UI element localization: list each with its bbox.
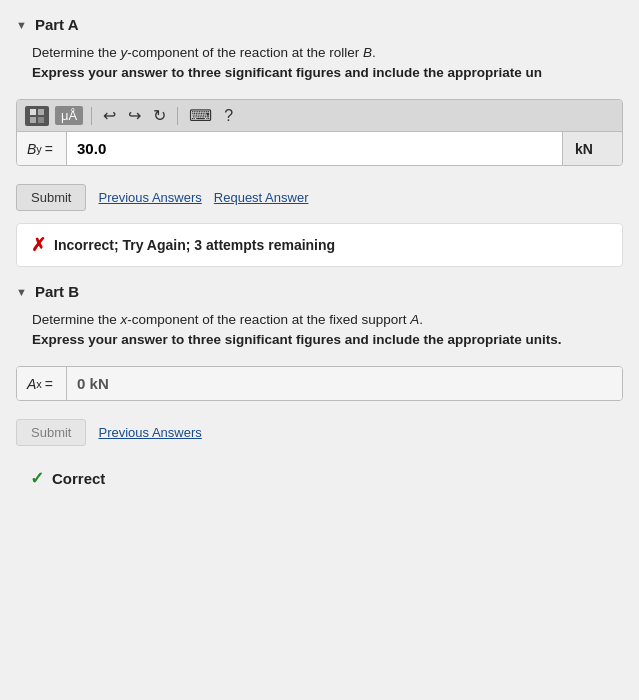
keyboard-icon[interactable]: ⌨: [186, 104, 215, 127]
part-a-input-row: By = kN: [17, 132, 622, 165]
undo-icon[interactable]: ↩: [100, 104, 119, 127]
part-b-correct-text: Correct: [52, 470, 105, 487]
part-b-chevron[interactable]: ▼: [16, 286, 27, 298]
part-a-action-row: Submit Previous Answers Request Answer: [0, 176, 639, 219]
part-a-question2: Express your answer to three significant…: [16, 65, 623, 80]
correct-icon: ✓: [30, 468, 44, 489]
part-a-answer-box: μÅ ↩ ↪ ↻ ⌨ ? By = kN: [16, 99, 623, 166]
toolbar-separator-1: [91, 107, 92, 125]
part-a-toolbar: μÅ ↩ ↪ ↻ ⌨ ?: [17, 100, 622, 132]
mu-icon[interactable]: μÅ: [55, 106, 83, 125]
part-b-previous-answers-link[interactable]: Previous Answers: [98, 425, 201, 440]
part-b-question2: Express your answer to three significant…: [16, 332, 623, 347]
part-b-answer-input[interactable]: [67, 367, 622, 400]
part-b-action-row: Submit Previous Answers: [0, 411, 639, 454]
part-a-chevron[interactable]: ▼: [16, 19, 27, 31]
svg-rect-0: [30, 109, 36, 115]
part-a-header: ▼ Part A: [0, 10, 639, 35]
toolbar-separator-2: [177, 107, 178, 125]
svg-rect-3: [38, 117, 44, 123]
part-a-answer-input[interactable]: [67, 132, 562, 165]
part-b-correct-row: ✓ Correct: [16, 458, 623, 499]
part-a-unit: kN: [562, 132, 622, 165]
part-b-header: ▼ Part B: [0, 277, 639, 302]
part-b-input-label: Ax =: [17, 367, 67, 400]
help-icon[interactable]: ?: [221, 105, 236, 127]
part-b-title: Part B: [35, 283, 79, 300]
part-a-submit-button[interactable]: Submit: [16, 184, 86, 211]
redo-icon[interactable]: ↪: [125, 104, 144, 127]
part-a-question1: Determine the y-component of the reactio…: [16, 45, 623, 60]
part-b-answer-box: Ax =: [16, 366, 623, 401]
refresh-icon[interactable]: ↻: [150, 104, 169, 127]
part-a-previous-answers-link[interactable]: Previous Answers: [98, 190, 201, 205]
matrix-icon[interactable]: [25, 106, 49, 126]
incorrect-icon: ✗: [31, 234, 46, 256]
part-a-input-label: By =: [17, 132, 67, 165]
part-b-question1: Determine the x-component of the reactio…: [16, 312, 623, 327]
part-a-feedback-text: Incorrect; Try Again; 3 attempts remaini…: [54, 237, 335, 253]
svg-rect-2: [30, 117, 36, 123]
part-b-input-row: Ax =: [17, 367, 622, 400]
part-b-submit-button[interactable]: Submit: [16, 419, 86, 446]
part-a-request-answer-link[interactable]: Request Answer: [214, 190, 309, 205]
part-a-title: Part A: [35, 16, 79, 33]
part-a-feedback-row: ✗ Incorrect; Try Again; 3 attempts remai…: [16, 223, 623, 267]
svg-rect-1: [38, 109, 44, 115]
